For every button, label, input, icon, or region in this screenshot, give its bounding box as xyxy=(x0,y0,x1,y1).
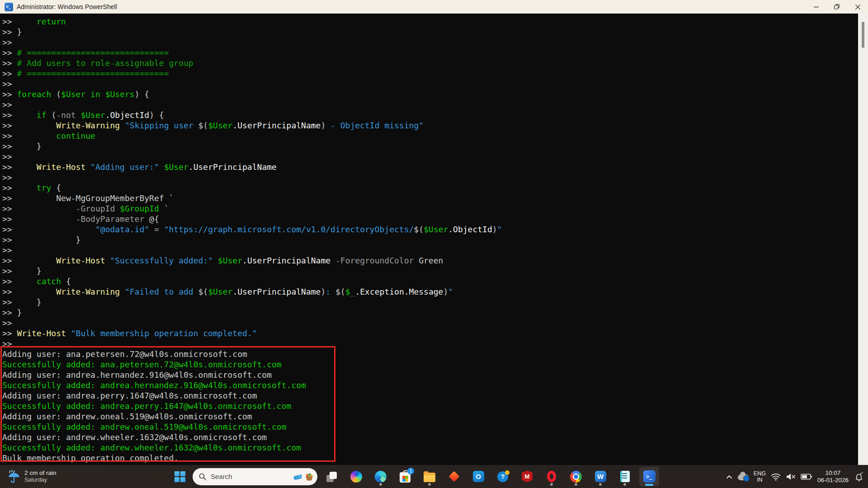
onedrive-cloud-icon xyxy=(738,474,749,480)
taskbar: 2 cm of rain Saturday Search 1 xyxy=(0,465,868,488)
taskbar-app-diamond[interactable] xyxy=(444,467,464,487)
chevron-up-icon xyxy=(726,474,733,479)
svg-text:z: z xyxy=(862,472,863,474)
restore-button[interactable] xyxy=(826,0,847,14)
desktop-screen: >_ Administrator: Windows PowerShell >> … xyxy=(0,0,868,488)
taskbar-app-mcafee[interactable]: M xyxy=(517,467,537,487)
clock-date: 06-01-2026 xyxy=(817,477,849,484)
running-indicator xyxy=(550,483,553,486)
tray-wifi[interactable] xyxy=(771,473,781,481)
minimize-icon xyxy=(814,5,819,9)
restore-icon xyxy=(834,4,840,9)
wifi-icon xyxy=(771,473,781,481)
outlook-icon: O xyxy=(473,471,484,482)
weather-headline: 2 cm of rain xyxy=(24,469,57,477)
language-code: ENG xyxy=(754,470,766,477)
mcafee-icon: M xyxy=(522,471,533,483)
weather-subline: Saturday xyxy=(24,477,57,483)
task-view-icon xyxy=(326,471,338,483)
running-indicator xyxy=(599,483,602,486)
word-icon: W xyxy=(595,471,606,482)
taskbar-app-copilot[interactable] xyxy=(346,467,366,487)
search-placeholder: Search xyxy=(211,473,293,480)
taskbar-app-word[interactable]: W xyxy=(590,467,610,487)
close-button[interactable] xyxy=(847,0,868,14)
opera-icon xyxy=(547,471,556,482)
veggie-basket-icon xyxy=(305,473,314,481)
clock-time: 10:07 xyxy=(826,469,841,477)
tray-battery[interactable] xyxy=(801,474,812,480)
taskbar-search-box[interactable]: Search xyxy=(193,468,317,485)
taskbar-app-edge[interactable] xyxy=(371,467,391,487)
speaker-muted-icon xyxy=(786,473,796,481)
chrome-icon xyxy=(570,471,582,483)
copilot-icon xyxy=(350,471,362,483)
tray-show-hidden-icons[interactable] xyxy=(726,474,733,479)
store-notification-badge: 1 xyxy=(407,468,414,474)
taskbar-app-file-explorer[interactable] xyxy=(420,467,439,487)
umbrella-rain-icon xyxy=(7,470,21,483)
close-icon xyxy=(855,5,860,9)
terminal-output: >> return>> }>>>> # ====================… xyxy=(0,14,858,463)
taskbar-app-powershell[interactable]: >_ xyxy=(639,467,659,487)
windows-logo-icon xyxy=(175,471,185,482)
taskbar-app-get-help[interactable]: ? xyxy=(493,467,513,487)
powershell-console[interactable]: >> return>> }>>>> # ====================… xyxy=(0,14,858,465)
taskbar-app-opera[interactable] xyxy=(542,467,561,487)
running-indicator xyxy=(428,483,431,486)
notification-bell-dnd-icon: z z xyxy=(854,472,864,482)
rolled-mat-icon xyxy=(293,473,303,481)
notepad-icon xyxy=(620,471,630,482)
diamond-app-icon xyxy=(448,471,459,482)
battery-icon xyxy=(801,474,812,480)
tray-onedrive[interactable] xyxy=(738,473,749,480)
taskbar-app-microsoft-store[interactable]: 1 xyxy=(395,467,415,487)
active-window-indicator xyxy=(645,484,653,486)
powershell-window-icon: >_ xyxy=(5,3,13,11)
language-region: IN xyxy=(757,477,763,483)
tray-notifications[interactable]: z z xyxy=(854,472,864,482)
running-indicator xyxy=(575,483,577,486)
running-indicator xyxy=(379,483,382,486)
get-help-icon: ? xyxy=(497,471,508,482)
taskbar-app-notepad[interactable] xyxy=(615,467,635,487)
search-icon xyxy=(199,473,206,480)
console-scrollbar[interactable] xyxy=(858,14,868,465)
tray-language-switcher[interactable]: ENG IN xyxy=(754,470,766,483)
running-indicator xyxy=(623,483,626,486)
taskbar-app-task-view[interactable] xyxy=(322,467,342,487)
minimize-button[interactable] xyxy=(806,0,826,14)
taskbar-weather-widget[interactable]: 2 cm of rain Saturday xyxy=(5,465,59,488)
taskbar-app-outlook[interactable]: O xyxy=(468,467,488,487)
tray-clock[interactable]: 10:07 06-01-2026 xyxy=(817,469,849,484)
file-explorer-icon xyxy=(424,473,435,482)
scrollbar-thumb[interactable] xyxy=(862,22,864,48)
powershell-icon: >_ xyxy=(643,470,656,483)
search-daily-art xyxy=(293,473,314,481)
edge-icon xyxy=(375,471,387,483)
start-button[interactable] xyxy=(171,468,189,486)
window-titlebar: >_ Administrator: Windows PowerShell xyxy=(0,0,868,14)
window-title: Administrator: Windows PowerShell xyxy=(17,3,117,10)
tray-volume-muted[interactable] xyxy=(786,473,796,481)
taskbar-app-chrome[interactable] xyxy=(566,467,586,487)
